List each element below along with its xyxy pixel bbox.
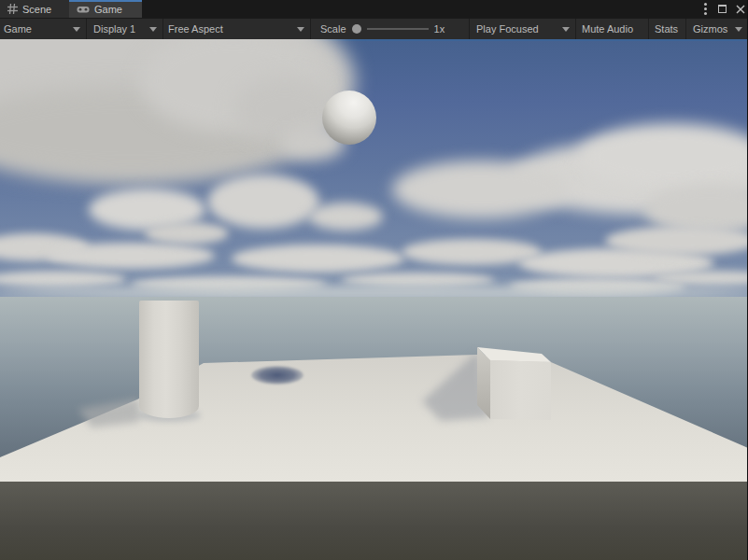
display-dropdown-label: Display 1 xyxy=(93,23,135,35)
gizmos-label: Gizmos xyxy=(693,23,727,35)
game-camera-dropdown[interactable]: Game xyxy=(0,19,87,39)
chevron-down-icon xyxy=(297,27,304,32)
game-viewport[interactable] xyxy=(0,39,748,560)
sphere-object xyxy=(322,91,376,145)
aspect-ratio-dropdown-label: Free Aspect xyxy=(168,23,223,35)
window-controls xyxy=(702,0,745,18)
game-gamepad-icon xyxy=(77,5,90,14)
game-camera-dropdown-label: Game xyxy=(4,23,32,35)
chevron-down-icon xyxy=(73,27,80,32)
stats-toggle[interactable]: Stats xyxy=(649,19,686,39)
scale-value: 1x xyxy=(434,23,445,35)
kebab-menu-icon[interactable] xyxy=(702,7,709,10)
chevron-down-icon xyxy=(149,27,157,32)
chevron-down-icon xyxy=(735,27,742,32)
scale-slider-knob[interactable] xyxy=(352,24,361,34)
scale-label: Scale xyxy=(320,23,346,35)
tab-scene-label: Scene xyxy=(22,4,51,15)
scene-grid-icon xyxy=(7,4,18,14)
mute-audio-toggle[interactable]: Mute Audio xyxy=(576,19,649,39)
aspect-ratio-dropdown[interactable]: Free Aspect xyxy=(163,19,311,39)
close-icon[interactable] xyxy=(736,5,745,14)
maximize-icon[interactable] xyxy=(718,5,727,13)
mute-audio-label: Mute Audio xyxy=(582,23,633,35)
play-focused-label: Play Focused xyxy=(476,23,539,35)
play-focused-dropdown[interactable]: Play Focused xyxy=(470,19,576,39)
gizmos-dropdown[interactable]: Gizmos xyxy=(686,19,748,39)
unity-game-window: Scene Game Game Display 1 xyxy=(0,0,748,560)
stats-label: Stats xyxy=(655,23,678,35)
display-dropdown[interactable]: Display 1 xyxy=(87,19,163,39)
tab-game[interactable]: Game xyxy=(69,0,142,18)
tab-game-label: Game xyxy=(94,4,122,15)
chevron-down-icon xyxy=(562,27,570,32)
tab-scene[interactable]: Scene xyxy=(0,0,69,18)
tab-bar: Scene Game xyxy=(0,0,748,18)
scale-slider-track[interactable] xyxy=(367,28,429,30)
scale-slider-group: Scale 1x xyxy=(311,19,470,39)
game-view-toolbar: Game Display 1 Free Aspect Scale 1x Play… xyxy=(0,18,748,39)
